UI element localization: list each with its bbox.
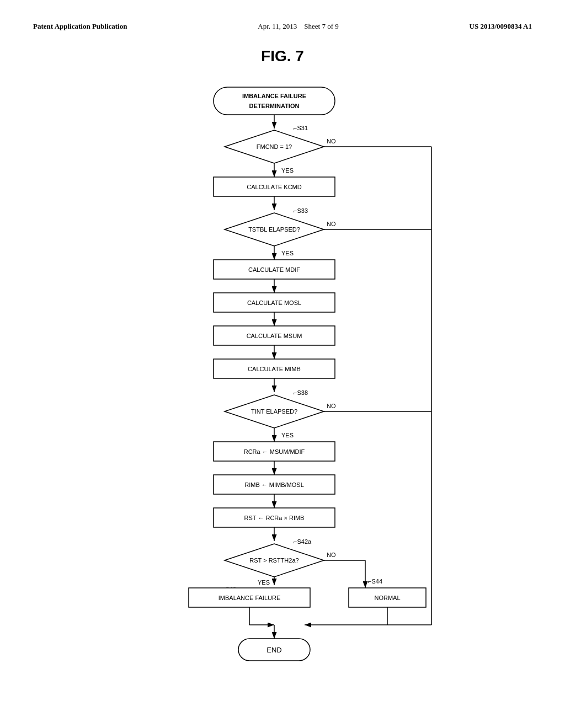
svg-text:TSTBL ELAPSED?: TSTBL ELAPSED? [248, 226, 300, 233]
svg-text:END: END [266, 646, 281, 654]
svg-text:CALCULATE MOSL: CALCULATE MOSL [247, 299, 301, 306]
svg-text:TINT ELAPSED?: TINT ELAPSED? [251, 408, 297, 415]
svg-text:YES: YES [281, 432, 294, 438]
svg-text:NO: NO [327, 221, 336, 227]
svg-text:⌐S31: ⌐S31 [294, 125, 308, 131]
svg-text:RCRa ← MSUM/MDIF: RCRa ← MSUM/MDIF [244, 448, 305, 455]
svg-text:CALCULATE MIMB: CALCULATE MIMB [248, 366, 301, 372]
svg-text:YES: YES [281, 167, 294, 174]
svg-text:CALCULATE MSUM: CALCULATE MSUM [247, 333, 302, 339]
svg-rect-1 [214, 87, 335, 115]
svg-text:YES: YES [258, 579, 270, 586]
svg-text:⌐S42a: ⌐S42a [294, 538, 312, 545]
svg-text:NO: NO [327, 552, 336, 558]
svg-text:CALCULATE MDIF: CALCULATE MDIF [248, 266, 300, 273]
svg-text:RST > RSTTH2a?: RST > RSTTH2a? [249, 557, 299, 564]
page-header: Patent Application Publication Apr. 11, … [33, 22, 532, 31]
svg-text:YES: YES [281, 250, 294, 256]
svg-text:IMBALANCE FAILURE: IMBALANCE FAILURE [218, 595, 280, 601]
flowchart-diagram: IMBALANCE FAILURE DETERMINATION ⌐S31 FMC… [95, 82, 470, 688]
svg-text:⌐S33: ⌐S33 [294, 207, 308, 214]
svg-text:NO: NO [327, 403, 336, 409]
header-left: Patent Application Publication [33, 22, 127, 31]
header-center: Apr. 11, 2013 Sheet 7 of 9 [258, 22, 339, 31]
svg-text:RST ← RCRa × RIMB: RST ← RCRa × RIMB [244, 515, 305, 521]
figure-title: FIG. 7 [33, 47, 532, 65]
page: Patent Application Publication Apr. 11, … [0, 0, 565, 728]
svg-text:NORMAL: NORMAL [374, 595, 400, 601]
svg-text:IMBALANCE FAILURE: IMBALANCE FAILURE [242, 93, 306, 99]
svg-text:⌐S44: ⌐S44 [368, 578, 382, 585]
svg-text:⌐S38: ⌐S38 [294, 389, 308, 396]
svg-text:NO: NO [327, 138, 336, 144]
svg-text:CALCULATE KCMD: CALCULATE KCMD [247, 184, 301, 190]
svg-text:FMCND = 1?: FMCND = 1? [257, 143, 292, 150]
svg-text:DETERMINATION: DETERMINATION [249, 103, 300, 109]
flowchart-svg: IMBALANCE FAILURE DETERMINATION ⌐S31 FMC… [95, 82, 470, 688]
header-right: US 2013/0090834 A1 [470, 22, 532, 31]
svg-text:RIMB ← MIMB/MOSL: RIMB ← MIMB/MOSL [244, 481, 304, 488]
